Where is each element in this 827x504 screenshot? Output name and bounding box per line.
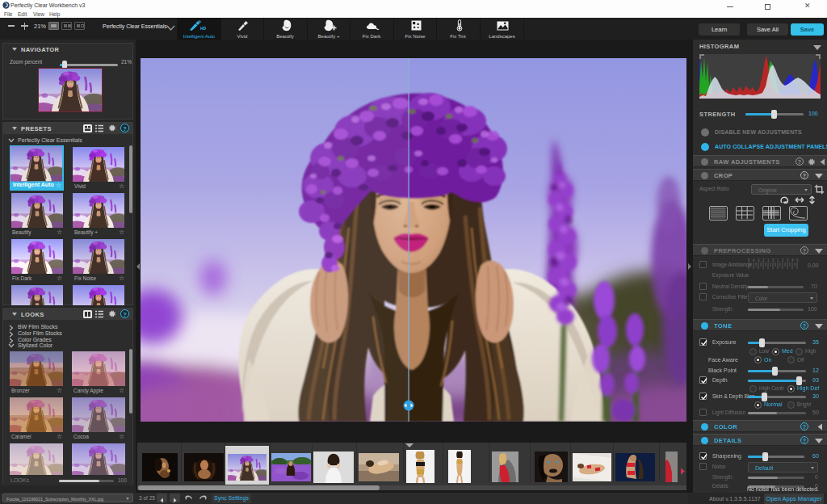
svg-text:4: 4 bbox=[753, 258, 755, 262]
svg-text:2: 2 bbox=[762, 258, 765, 262]
svg-text:1: 1 bbox=[777, 258, 779, 262]
svg-text:5: 5 bbox=[748, 258, 750, 262]
svg-text:2: 2 bbox=[782, 258, 784, 262]
svg-text:5: 5 bbox=[796, 258, 799, 262]
svg-text:3: 3 bbox=[758, 258, 760, 262]
svg-text:4: 4 bbox=[791, 258, 794, 262]
svg-text:HD: HD bbox=[200, 26, 207, 31]
svg-text:3: 3 bbox=[787, 258, 789, 262]
svg-text:0: 0 bbox=[772, 258, 775, 262]
svg-text:1: 1 bbox=[767, 258, 770, 262]
